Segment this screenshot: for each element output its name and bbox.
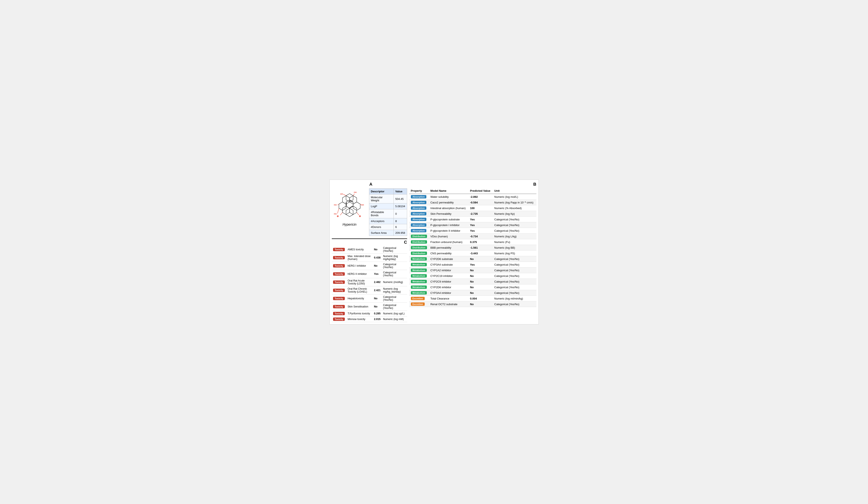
property-badge: Toxicity [333, 248, 345, 251]
predicted-value-cell: No [468, 290, 493, 296]
unit-cell: Categorical (Yes/No) [493, 285, 536, 290]
table-row: ToxicityHepatotoxicityNoCategorical (Yes… [332, 295, 407, 303]
predicted-value-cell: Yes [468, 222, 493, 228]
left-panel: A [332, 182, 407, 322]
property-badge: Metabolism [411, 274, 427, 278]
model-name-cell: CYP2D6 substrate [429, 256, 468, 262]
predicted-value-cell: 2.482 [373, 278, 382, 286]
model-name-cell: BBB permeability [429, 245, 468, 250]
table-row: MetabolismCYP2D6 inhibitorNoCategorical … [409, 285, 536, 290]
table-row: AbsorptionSkin Permeability-2.735Numeric… [409, 211, 536, 217]
value-header: Value [393, 188, 407, 194]
table-row: ToxicityOral Rat Chronic Toxicity (LOAEL… [332, 286, 407, 295]
model-name-cell: CYP3A4 substrate [429, 262, 468, 267]
svg-text:OH: OH [340, 193, 343, 195]
badge-cell: Absorption [409, 211, 429, 217]
badge-cell: Absorption [409, 222, 429, 228]
adme-header: Property [409, 188, 429, 194]
svg-line-24 [357, 213, 359, 215]
descriptor-header: Descriptor [369, 188, 393, 194]
unit-cell: Categorical (Yes/No) [382, 295, 407, 303]
predicted-value-cell: -1.561 [468, 245, 493, 250]
predicted-value-cell: No [468, 267, 493, 273]
table-row: MetabolismCYP3A4 inhibitorNoCategorical … [409, 290, 536, 296]
badge-cell: Metabolism [409, 267, 429, 273]
unit-cell: Numeric (log Kp) [493, 211, 536, 217]
table-row: MetabolismCYP2D6 substrateNoCategorical … [409, 256, 536, 262]
molecule-name: Hypericin [342, 223, 356, 226]
predicted-value-cell: 100 [468, 205, 493, 211]
property-badge: Absorption [411, 201, 426, 204]
table-row: MetabolismCYP2C9 inhibitorNoCategorical … [409, 279, 536, 285]
property-badge: Distribution [411, 235, 427, 238]
predicted-value-cell: No [468, 273, 493, 279]
descriptor-cell: 504.45 [393, 194, 407, 204]
model-name-cell: Renal OCT2 substrate [429, 301, 468, 307]
predicted-value-cell: Yes [468, 217, 493, 222]
svg-line-28 [350, 206, 353, 208]
model-name-cell: P-glycoprotein substrate [429, 217, 468, 222]
table-row: MetabolismCYP1A2 inhibitorNoCategorical … [409, 267, 536, 273]
svg-text:OH: OH [361, 204, 364, 206]
property-badge: Distribution [411, 251, 427, 255]
descriptor-cell: 6 [393, 224, 407, 230]
badge-cell: Absorption [409, 194, 429, 200]
model-name-cell: P-glycoprotein I inhibitor [429, 222, 468, 228]
unit-cell: Numeric (log L/kg) [493, 234, 536, 239]
svg-line-10 [350, 206, 353, 208]
predicted-value-cell: Yes [373, 270, 382, 278]
badge-cell: Toxicity [332, 311, 347, 317]
predicted-value-cell: 0.285 [373, 311, 382, 317]
unit-cell: Numeric (log mM) [382, 317, 407, 322]
section-c-label: C [404, 240, 407, 245]
unit-cell: Categorical (Yes/No) [493, 256, 536, 262]
badge-cell: Absorption [409, 217, 429, 222]
model-name-cell: CYP3A4 inhibitor [429, 290, 468, 296]
model-name-cell: Intestinal absorption (human) [429, 205, 468, 211]
predicted-value-cell: No [468, 279, 493, 285]
toxicity-table: ToxicityAMES toxicityNoCategorical (Yes/… [332, 246, 407, 322]
unit-cell: Numeric (log mol/L) [493, 194, 536, 200]
property-badge: Metabolism [411, 268, 427, 272]
model-name-cell: CYP2C19 inhibitor [429, 273, 468, 279]
section-b-label: B [533, 182, 536, 187]
descriptor-cell: 8 [393, 218, 407, 224]
unit-cell: Categorical (Yes/No) [493, 290, 536, 296]
svg-line-17 [338, 204, 339, 205]
descriptor-cell: LogP [369, 204, 393, 209]
predicted-value-cell: 2.421 [373, 286, 382, 295]
badge-cell: Toxicity [332, 303, 347, 311]
table-row: AbsorptionP-glycoprotein I inhibitorYesC… [409, 222, 536, 228]
descriptor-table: Descriptor Value Molecular Weight504.45L… [369, 188, 407, 236]
model-name-cell: CNS permeability [429, 250, 468, 256]
unit-cell: Categorical (Yes/No) [493, 262, 536, 267]
table-row: ToxicityhERG I inhibitorNoCategorical (Y… [332, 262, 407, 270]
unit-cell: Categorical (Yes/No) [382, 262, 407, 270]
table-row: AbsorptionP-glycoprotein substrateYesCat… [409, 217, 536, 222]
property-badge: Absorption [411, 223, 426, 227]
table-row: AbsorptionWater solubility-2.892Numeric … [409, 194, 536, 200]
property-badge: Toxicity [333, 289, 345, 292]
predicted-value-cell: -2.735 [468, 211, 493, 217]
unit-cell: Numeric (mol/kg) [382, 278, 407, 286]
predicted-value-cell: No [373, 262, 382, 270]
property-badge: Toxicity [333, 280, 345, 284]
badge-cell: Metabolism [409, 290, 429, 296]
property-badge: Toxicity [333, 256, 345, 259]
section-a-label: A [370, 182, 372, 187]
property-badge: Absorption [411, 218, 426, 221]
unit-cell: Categorical (Yes/No) [493, 222, 536, 228]
predicted-value-cell: -0.734 [468, 234, 493, 239]
badge-cell: Toxicity [332, 295, 347, 303]
predicted-value-cell: 0.438 [373, 254, 382, 262]
property-badge: Absorption [411, 212, 426, 215]
table-row: MetabolismCYP3A4 substrateYesCategorical… [409, 262, 536, 267]
property-badge: Excretion [411, 302, 425, 306]
badge-cell: Metabolism [409, 273, 429, 279]
table-row: DistributionVDss (human)-0.734Numeric (l… [409, 234, 536, 239]
badge-cell: Toxicity [332, 278, 347, 286]
svg-line-22 [340, 213, 342, 215]
svg-text:O: O [359, 215, 361, 217]
property-badge: Toxicity [333, 297, 345, 300]
badge-cell: Toxicity [332, 270, 347, 278]
